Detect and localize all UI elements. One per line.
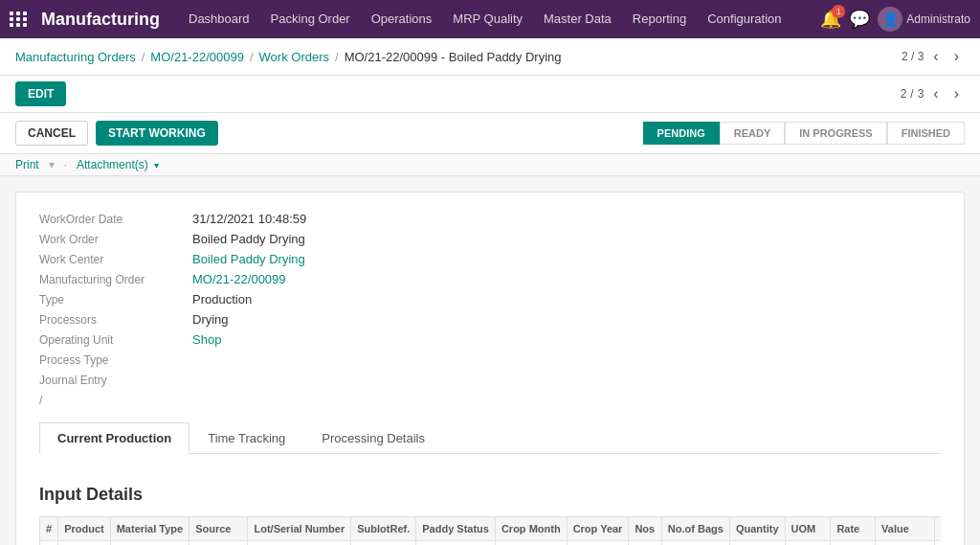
field-row: Journal Entry <box>39 373 941 387</box>
print-bar: Print ▾ · Attachment(s) ▾ <box>0 154 980 176</box>
status-finished[interactable]: FINISHED <box>887 122 965 145</box>
user-name: Administrato <box>906 12 970 26</box>
tab-processing-details[interactable]: Processing Details <box>303 422 443 454</box>
col-header: Lot/Serial Number <box>248 517 351 541</box>
col-header: Crop Month <box>495 517 567 541</box>
print-button[interactable]: Print <box>15 158 39 171</box>
prev-page-button[interactable]: ‹ <box>927 46 944 67</box>
notification-badge: 1 <box>832 5 845 18</box>
tab-time-tracking[interactable]: Time Tracking <box>189 422 303 454</box>
toolbar-action-buttons: CANCEL START WORKING <box>15 121 218 146</box>
field-row: WorkOrder Date31/12/2021 10:48:59 <box>39 212 941 226</box>
nav-mrp-quality[interactable]: MRP Quality <box>443 0 532 38</box>
toolbar-actions: CANCEL START WORKING PENDING READY IN PR… <box>0 113 980 154</box>
field-value[interactable]: Shop <box>192 332 221 347</box>
prev-page-btn2[interactable]: ‹ <box>927 83 944 104</box>
nav-reporting[interactable]: Reporting <box>623 0 696 38</box>
col-header: Source <box>189 517 248 541</box>
tab-content: Input Details #ProductMaterial TypeSourc… <box>39 454 941 545</box>
breadcrumb-mo[interactable]: MO/21-22/00099 <box>150 50 244 64</box>
table-cell: January <box>495 541 567 546</box>
table-cell: 0.00 <box>661 541 729 546</box>
field-value[interactable]: MO/21-22/00099 <box>192 272 286 286</box>
table-cell: B-0000304/1 <box>351 541 416 546</box>
col-header: SublotRef. <box>351 517 416 541</box>
field-label: Manufacturing Order <box>39 272 192 286</box>
col-header: UOM <box>785 517 831 541</box>
nav-operations[interactable]: Operations <box>362 0 442 38</box>
status-pending[interactable]: PENDING <box>643 122 720 145</box>
col-header: Crop Year <box>567 517 629 541</box>
table-cell: 25,000.00 <box>876 541 935 546</box>
field-label: Operating Unit <box>39 332 192 347</box>
table-cell: 500.00 <box>831 541 876 546</box>
field-label: Work Order <box>39 232 192 246</box>
nav-dashboard[interactable]: Dashboard <box>179 0 259 38</box>
table-cell: 50.000 <box>729 541 785 546</box>
navbar: Manufacturing Dashboard Packing Order Op… <box>0 0 980 38</box>
next-page-button[interactable]: › <box>948 46 965 67</box>
field-value[interactable]: Boiled Paddy Drying <box>192 252 305 266</box>
table-cell: 1 <box>40 541 58 546</box>
edit-button[interactable]: EDIT <box>15 81 66 106</box>
table-cell: 2020 <box>567 541 629 546</box>
form-card: WorkOrder Date31/12/2021 10:48:59Work Or… <box>15 192 965 545</box>
col-header: Nos <box>629 517 661 541</box>
field-label: / <box>39 393 192 407</box>
col-header: # <box>40 517 58 541</box>
field-row: TypeProduction <box>39 292 941 307</box>
field-row: Operating UnitShop <box>39 332 941 347</box>
nav-packing-order[interactable]: Packing Order <box>261 0 360 38</box>
breadcrumb-work-orders[interactable]: Work Orders <box>259 50 329 64</box>
field-label: WorkOrder Date <box>39 212 192 226</box>
table-wrap: #ProductMaterial TypeSourceLot/Serial Nu… <box>39 516 941 545</box>
toolbar-page-nav-right: 2 / 3 ‹ › <box>901 83 965 104</box>
nav-configuration[interactable]: Configuration <box>698 0 791 38</box>
status-ready[interactable]: READY <box>720 122 786 145</box>
col-header: Material Type <box>110 517 189 541</box>
field-row: Work OrderBoiled Paddy Drying <box>39 232 941 246</box>
col-header: No.of Bags <box>661 517 729 541</box>
field-label: Journal Entry <box>39 373 192 387</box>
cancel-button[interactable]: CANCEL <box>15 121 88 146</box>
col-header: Operating Unit <box>934 517 941 541</box>
field-row: / <box>39 393 941 407</box>
table-cell: 0.00 <box>629 541 661 546</box>
field-label: Processors <box>39 312 192 327</box>
field-value: 31/12/2021 10:48:59 <box>192 212 306 226</box>
status-bar: PENDING READY IN PROGRESS FINISHED <box>643 122 965 145</box>
col-header: Product <box>58 517 111 541</box>
page-navigation: 2 / 3 ‹ › <box>902 46 965 67</box>
nav-right: 🔔 1 💬 👤 Administrato <box>820 7 970 32</box>
field-row: Manufacturing OrderMO/21-22/00099 <box>39 272 941 286</box>
toolbar-top: EDIT 2 / 3 ‹ › <box>0 76 980 113</box>
start-working-button[interactable]: START WORKING <box>96 121 218 146</box>
status-in-progress[interactable]: IN PROGRESS <box>785 122 886 145</box>
table-cell: MG/Stock <box>189 541 248 546</box>
breadcrumb-current: MO/21-22/00099 - Boiled Paddy Drying <box>345 50 562 64</box>
field-value: Boiled Paddy Drying <box>192 232 305 246</box>
attachment-button[interactable]: Attachment(s) ▾ <box>77 158 159 171</box>
field-row: Process Type <box>39 352 941 367</box>
field-value: Production <box>192 292 252 307</box>
main-content: WorkOrder Date31/12/2021 10:48:59Work Or… <box>0 176 980 545</box>
col-header: Value <box>876 517 935 541</box>
user-avatar: 👤 <box>878 7 902 32</box>
field-label: Process Type <box>39 352 192 367</box>
next-page-btn2[interactable]: › <box>948 83 965 104</box>
app-grid-icon[interactable] <box>10 11 28 27</box>
table-cell: R.D.UC <box>416 541 496 546</box>
breadcrumb-bar: Manufacturing Orders / MO/21-22/00099 / … <box>0 38 980 76</box>
user-menu[interactable]: 👤 Administrato <box>878 7 970 32</box>
tab-current-production[interactable]: Current Production <box>39 422 189 454</box>
attachment-dropdown-icon: ▾ <box>154 160 159 170</box>
table-cell: B-0000304 <box>248 541 351 546</box>
table-cell: Shop <box>934 541 941 546</box>
field-row: Work CenterBoiled Paddy Drying <box>39 252 941 266</box>
table-cell: Quintal <box>785 541 831 546</box>
breadcrumb-manufacturing-orders[interactable]: Manufacturing Orders <box>15 50 136 64</box>
brand-label: Manufacturing <box>41 10 160 30</box>
chat-icon[interactable]: 💬 <box>849 9 870 30</box>
notification-icon[interactable]: 🔔 1 <box>820 9 841 30</box>
nav-master-data[interactable]: Master Data <box>534 0 621 38</box>
